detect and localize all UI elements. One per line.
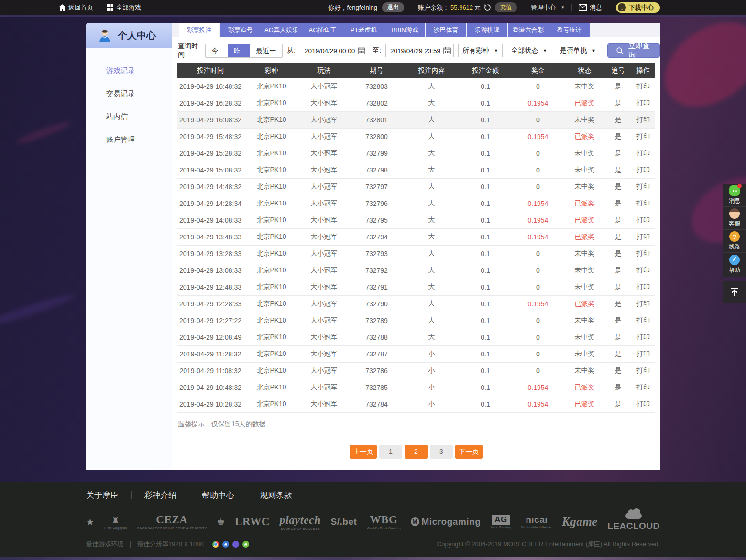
divider	[247, 491, 247, 499]
kgame-logo: Kgame	[562, 515, 598, 528]
tab-AG真人娱乐[interactable]: AG真人娱乐	[261, 23, 302, 37]
print-link[interactable]: 打印	[631, 283, 655, 291]
download-center-button[interactable]: ↓ 下载中心	[616, 2, 660, 13]
table-body: 2019-04-29 16:48:32北京PK10大小冠军732803大0.10…	[177, 78, 655, 413]
sidebar-item-账户管理[interactable]: 账户管理	[86, 128, 172, 151]
logout-button[interactable]: 退出	[382, 2, 404, 12]
float-item-label: 消息	[729, 197, 740, 205]
home-link-label: 返回首页	[68, 3, 93, 12]
print-link[interactable]: 打印	[631, 266, 655, 275]
calendar-icon[interactable]	[358, 47, 365, 54]
print-link[interactable]: 打印	[631, 333, 655, 342]
quick-date-button-今天[interactable]: 今天	[206, 44, 228, 57]
download-center-label: 下载中心	[629, 3, 654, 12]
print-link[interactable]: 打印	[631, 350, 655, 358]
page: 返回首页 全部游戏 你好，fengfeining 退出 账户余额： 55.961…	[0, 0, 746, 560]
recharge-button[interactable]: 充值	[495, 2, 517, 12]
select-是否单挑[interactable]: 是否单挑▼	[556, 44, 600, 57]
tab-彩票投注[interactable]: 彩票投注	[179, 23, 219, 41]
sidebar-item-站内信[interactable]: 站内信	[86, 105, 172, 128]
home-link[interactable]: 返回首页	[59, 3, 93, 12]
page-button-1[interactable]: 1	[379, 445, 402, 459]
sidebar-item-游戏记录[interactable]: 游戏记录	[86, 59, 172, 82]
play-type-cell: 大小冠军	[299, 199, 349, 208]
lottery-type-cell: 北京PK10	[244, 333, 299, 342]
print-link[interactable]: 打印	[631, 400, 655, 409]
all-games-link[interactable]: 全部游戏	[107, 3, 141, 12]
select-全部状态[interactable]: 全部状态▼	[507, 44, 551, 57]
float-item-客服[interactable]: 客服	[723, 207, 746, 230]
select-所有彩种[interactable]: 所有彩种▼	[458, 44, 503, 57]
tab-沙巴体育[interactable]: 沙巴体育	[426, 23, 466, 37]
print-link[interactable]: 打印	[631, 300, 655, 308]
print-link[interactable]: 打印	[631, 366, 655, 375]
footer-link-关于摩臣[interactable]: 关于摩臣	[86, 490, 119, 501]
tab-AG捕鱼王[interactable]: AG捕鱼王	[302, 23, 343, 37]
float-item-线路[interactable]: ?线路	[723, 230, 746, 253]
admin-center-menu[interactable]: 管理中心 ▼	[531, 3, 565, 12]
tab-盈亏统计[interactable]: 盈亏统计	[549, 23, 590, 37]
calendar-icon[interactable]	[443, 47, 451, 54]
bottom-accent-strip	[0, 557, 746, 560]
float-item-帮助[interactable]: 帮助	[723, 253, 746, 276]
leacloud-logo-text: LEACLOUD	[607, 521, 660, 531]
logo-text: playtech	[279, 514, 321, 527]
lottery-type-cell: 北京PK10	[244, 183, 299, 191]
lottery-type-cell: 北京PK10	[244, 350, 299, 358]
to-date-input[interactable]: 2019/04/29 23:59	[385, 44, 454, 57]
next-page-button[interactable]: 下一页	[455, 445, 483, 459]
chase-cell: 是	[605, 132, 631, 141]
tab-PT老虎机[interactable]: PT老虎机	[343, 23, 384, 37]
refresh-balance-icon[interactable]	[484, 4, 491, 11]
lottery-type-cell: 北京PK10	[244, 116, 299, 124]
footer-link-规则条款[interactable]: 规则条款	[260, 490, 292, 501]
help-icon	[729, 255, 740, 265]
print-link[interactable]: 打印	[631, 82, 655, 91]
from-date-input[interactable]: 2019/04/29 00:00	[300, 44, 368, 57]
divider	[131, 491, 132, 499]
tab-彩票追号[interactable]: 彩票追号	[220, 23, 261, 37]
quick-date-button-昨天[interactable]: 昨天	[228, 44, 251, 57]
chase-cell: 是	[605, 316, 631, 325]
route-icon: ?	[729, 231, 740, 242]
print-link[interactable]: 打印	[631, 383, 655, 392]
tab-BBIN游戏[interactable]: BBIN游戏	[384, 23, 425, 37]
print-link[interactable]: 打印	[631, 166, 655, 174]
prize-cell: 0.1954	[512, 216, 564, 224]
lottery-type-cell: 北京PK10	[244, 149, 299, 158]
to-label: 至:	[373, 46, 381, 55]
messages-link[interactable]: 消息	[579, 3, 602, 12]
print-link[interactable]: 打印	[631, 116, 655, 124]
float-item-消息[interactable]: 消息	[723, 184, 746, 207]
sbet-logo-text: S/.bet	[331, 517, 357, 527]
prev-page-button[interactable]: 上一页	[350, 445, 377, 459]
chase-cell: 是	[605, 350, 631, 358]
back-to-top-button[interactable]	[723, 281, 746, 303]
status-cell: 未中奖	[564, 249, 605, 258]
prize-cell: 0	[512, 334, 564, 341]
print-link[interactable]: 打印	[631, 199, 655, 208]
select-value: 所有彩种	[462, 46, 489, 55]
prize-cell: 0	[512, 116, 564, 124]
page-button-2[interactable]: 2	[405, 445, 428, 459]
lottery-type-cell: 北京PK10	[244, 249, 299, 258]
print-link[interactable]: 打印	[631, 99, 655, 108]
print-link[interactable]: 打印	[631, 216, 655, 225]
play-type-cell: 大小冠军	[299, 249, 349, 258]
bet-amount-cell: 0.1	[459, 384, 512, 391]
print-link[interactable]: 打印	[631, 233, 655, 241]
bet-time-cell: 2019-04-29 15:08:32	[177, 166, 244, 174]
search-button[interactable]: 立即查询	[607, 43, 660, 58]
footer-link-帮助中心[interactable]: 帮助中心	[202, 490, 234, 501]
quick-date-button-最近一周[interactable]: 最近一周	[250, 44, 282, 57]
footer-link-彩种介绍[interactable]: 彩种介绍	[144, 490, 176, 501]
tab-香港六合彩[interactable]: 香港六合彩	[508, 23, 549, 37]
page-button-3[interactable]: 3	[430, 445, 453, 459]
print-link[interactable]: 打印	[631, 249, 655, 258]
print-link[interactable]: 打印	[631, 149, 655, 158]
print-link[interactable]: 打印	[631, 132, 655, 141]
print-link[interactable]: 打印	[631, 183, 655, 191]
print-link[interactable]: 打印	[631, 316, 655, 325]
tab-乐游棋牌[interactable]: 乐游棋牌	[467, 23, 507, 37]
sidebar-item-交易记录[interactable]: 交易记录	[86, 82, 172, 105]
